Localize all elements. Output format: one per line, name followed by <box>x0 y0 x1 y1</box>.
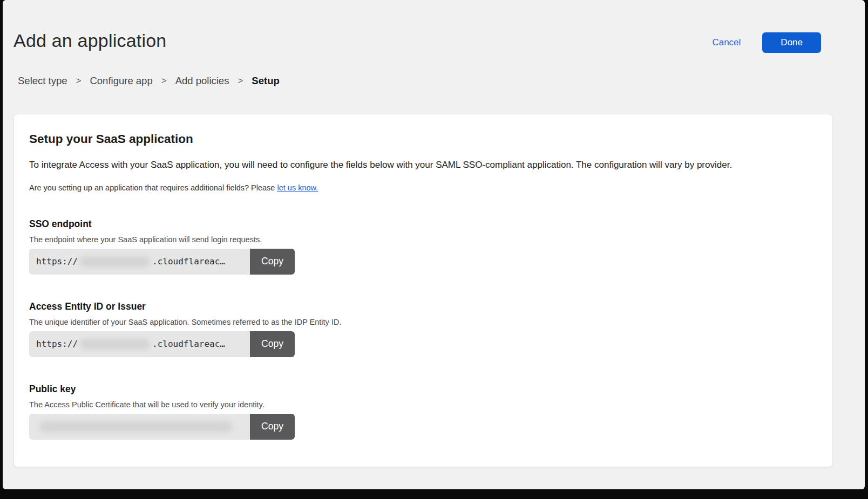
copy-button[interactable]: Copy <box>250 414 295 440</box>
copy-button[interactable]: Copy <box>250 249 295 275</box>
public-key-value-row: Copy <box>29 414 295 440</box>
field-description: The Access Public Certificate that will … <box>29 400 817 409</box>
breadcrumb-step-add-policies[interactable]: Add policies <box>175 75 229 87</box>
copy-button[interactable]: Copy <box>250 331 295 357</box>
sso-endpoint-value-row: https://.cloudflareac… Copy <box>29 249 295 275</box>
field-label: Access Entity ID or Issuer <box>29 301 817 312</box>
redacted-blur <box>39 421 233 432</box>
breadcrumb-step-setup: Setup <box>252 75 279 87</box>
field-sso-endpoint: SSO endpoint The endpoint where your Saa… <box>29 218 817 275</box>
breadcrumb-step-configure-app[interactable]: Configure app <box>90 75 152 87</box>
access-entity-id-value-row: https://.cloudflareac… Copy <box>29 331 295 357</box>
breadcrumb-step-select-type[interactable]: Select type <box>18 75 67 87</box>
field-public-key: Public key The Access Public Certificate… <box>29 384 817 440</box>
value-prefix: https:// <box>36 256 78 266</box>
field-description: The unique identifier of your SaaS appli… <box>29 318 817 326</box>
done-button[interactable]: Done <box>762 32 821 53</box>
field-description: The endpoint where your SaaS application… <box>29 235 817 244</box>
field-label: Public key <box>29 384 817 395</box>
cancel-button[interactable]: Cancel <box>712 37 741 48</box>
redacted-blur <box>80 256 150 267</box>
header-actions: Cancel Done <box>712 32 821 53</box>
breadcrumb-separator: > <box>238 76 243 86</box>
redacted-blur <box>80 339 150 350</box>
card-note-text: Are you setting up an application that r… <box>29 183 277 192</box>
card-intro: To integrate Access with your SaaS appli… <box>29 159 817 172</box>
breadcrumb: Select type > Configure app > Add polici… <box>18 75 865 87</box>
card-note: Are you setting up an application that r… <box>29 183 817 192</box>
card-heading: Setup your SaaS application <box>29 132 817 146</box>
let-us-know-link[interactable]: let us know. <box>277 183 318 192</box>
field-label: SSO endpoint <box>29 218 817 230</box>
breadcrumb-separator: > <box>161 76 167 86</box>
value-prefix: https:// <box>36 339 78 349</box>
page-header: Add an application Cancel Done <box>3 0 865 51</box>
setup-card: Setup your SaaS application To integrate… <box>13 114 833 467</box>
field-access-entity-id: Access Entity ID or Issuer The unique id… <box>29 301 817 357</box>
access-entity-id-value: https://.cloudflareac… <box>29 331 250 357</box>
value-suffix: .cloudflareac… <box>152 256 225 266</box>
app-window: Add an application Cancel Done Select ty… <box>3 0 865 489</box>
sso-endpoint-value: https://.cloudflareac… <box>29 249 250 275</box>
public-key-value <box>29 414 250 440</box>
value-suffix: .cloudflareac… <box>152 339 225 349</box>
breadcrumb-separator: > <box>76 76 82 86</box>
